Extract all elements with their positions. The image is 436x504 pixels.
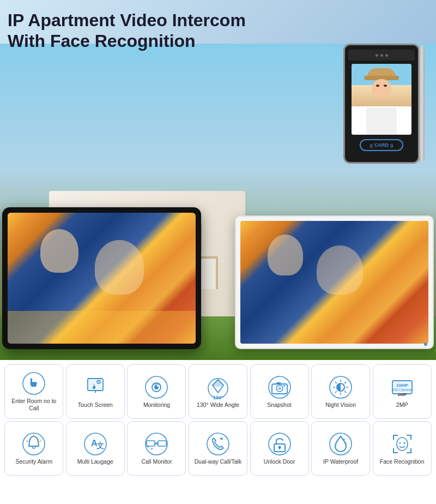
feature-dual-way-call: Dual-way Call/Talk [189,421,247,476]
feature-enter-room-label: Enter Room no to Call [7,398,60,411]
features-row-2: Security Alarm A 文 Multi Laugage [3,421,433,476]
svg-point-20 [278,387,281,390]
feature-touch-screen-label: Touch Screen [78,401,113,409]
feature-call-monitor-label: Call Monitor [141,458,172,465]
camera-eye-icon [144,375,168,399]
svg-point-57 [343,439,345,441]
alarm-icon [22,432,46,456]
indoor-monitor-black [2,207,201,349]
feature-monitoring: Monitoring [127,364,186,419]
feature-night-vision-label: Night Vision [325,401,356,409]
hero-title: IP Apartment Video Intercom With Face Re… [8,10,246,52]
feature-multi-language-label: Multi Laugage [77,458,113,465]
feature-2mp: 1080P HD Camera 2MP 2MP [373,364,432,419]
indoor-monitor-white [235,215,434,349]
phone-icon [206,432,230,456]
outdoor-panel-device: (( CARD )) [343,44,420,164]
feature-snapshot: Snapshot [250,364,309,419]
feature-snapshot-label: Snapshot [267,401,291,409]
language-icon: A 文 [83,432,107,456]
svg-point-7 [98,381,99,382]
svg-rect-21 [276,382,281,385]
unlock-icon [268,432,292,456]
wide-angle-icon: 130° [206,375,230,399]
svg-line-31 [344,382,346,383]
feature-wide-angle-label: 130° Wide Angle [197,401,239,409]
feature-dual-way-call-label: Dual-way Call/Talk [195,458,241,465]
feature-security-alarm: Security Alarm [4,421,63,476]
features-section: Enter Room no to Call Touch Screen [0,360,436,482]
feature-enter-room: Enter Room no to Call [4,364,63,419]
touch-hand-icon [22,371,46,395]
svg-line-40 [39,441,41,442]
svg-line-30 [344,391,346,393]
feature-touch-screen: Touch Screen [66,364,125,419]
svg-point-60 [399,442,401,443]
svg-point-59 [397,437,408,451]
svg-text:HD Camera: HD Camera [393,388,412,392]
svg-point-61 [403,442,405,443]
night-vision-icon [329,375,353,399]
camera-icon [268,375,292,399]
svg-text:文: 文 [96,441,104,450]
svg-text:1080P: 1080P [396,383,408,388]
feature-wide-angle: 130° 130° Wide Angle [189,364,247,419]
svg-point-58 [346,442,347,443]
feature-monitoring-label: Monitoring [143,401,170,409]
face-icon [390,432,414,456]
svg-marker-15 [213,380,223,387]
svg-point-50 [207,433,229,455]
feature-unlock-door: Unlock Door [250,421,309,476]
hero-section: IP Apartment Video Intercom With Face Re… [0,0,436,360]
feature-ip-waterproof: IP Waterproof [311,421,370,476]
feature-night-vision: Night Vision [311,364,370,419]
svg-text:2MP: 2MP [397,392,407,397]
feature-face-recognition-label: Face Recognition [380,458,425,465]
svg-point-11 [157,386,158,387]
feature-multi-language: A 文 Multi Laugage [66,421,125,476]
features-row-1: Enter Room no to Call Touch Screen [3,364,433,419]
svg-rect-47 [158,441,166,446]
touch-screen-icon [83,375,107,399]
svg-rect-12 [153,383,160,385]
feature-call-monitor: Call Monitor [127,421,186,476]
waterproof-icon [329,432,353,456]
svg-line-39 [26,441,28,442]
svg-line-32 [335,391,337,393]
svg-rect-55 [279,447,280,449]
hd-camera-icon: 1080P HD Camera 2MP [390,375,414,399]
svg-point-1 [31,379,32,380]
feature-2mp-label: 2MP [396,401,408,409]
feature-unlock-door-label: Unlock Door [264,458,295,465]
feature-security-alarm-label: Security Alarm [15,458,52,465]
svg-line-29 [335,382,337,383]
svg-text:130°: 130° [213,395,223,400]
feature-face-recognition: Face Recognition [373,421,432,476]
feature-ip-waterproof-label: IP Waterproof [323,458,358,465]
call-monitor-icon [144,432,168,456]
svg-rect-22 [283,385,286,387]
